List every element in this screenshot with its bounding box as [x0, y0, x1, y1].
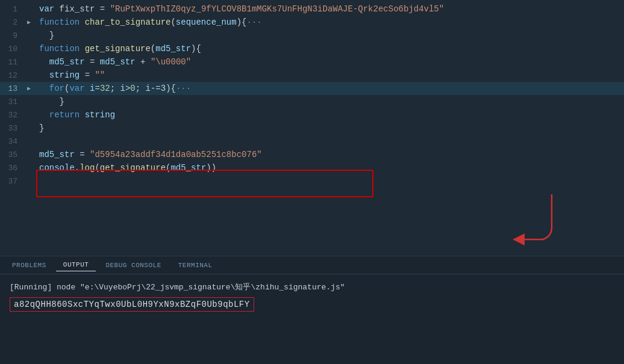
line-number: 37 — [0, 177, 27, 186]
line-number: 12 — [0, 71, 27, 80]
panel-tabs: PROBLEMSOUTPUTDEBUG CONSOLETERMINAL — [0, 256, 624, 274]
panel-tab-problems[interactable]: PROBLEMS — [5, 259, 54, 271]
code-line: 9 } — [0, 29, 624, 42]
line-number: 33 — [0, 124, 27, 133]
bottom-panel: PROBLEMSOUTPUTDEBUG CONSOLETERMINAL [Run… — [0, 256, 624, 364]
code-line: 12 string = "" — [0, 69, 624, 82]
panel-tab-output[interactable]: OUTPUT — [56, 259, 96, 271]
code-content: return string — [37, 110, 624, 120]
panel-tab-debug-console[interactable]: DEBUG CONSOLE — [98, 259, 168, 271]
code-line: 35md5_str = "d5954a23addf34d1da0ab5251c8… — [0, 148, 624, 161]
code-line: 36console.log(get_signature(md5_str)) — [0, 161, 624, 174]
code-line: 32 return string — [0, 108, 624, 122]
line-number: 36 — [0, 164, 27, 173]
fold-arrow[interactable]: ▶ — [27, 85, 36, 92]
code-line: 34 — [0, 135, 624, 148]
code-line: 37 — [0, 174, 624, 188]
code-editor: 1var fix_str = "RuPtXwxpThIZ0qyz_9fYLCOV… — [0, 0, 624, 256]
code-content: string = "" — [37, 70, 624, 80]
code-line: 31 } — [0, 95, 624, 108]
code-content: md5_str = "d5954a23addf34d1da0ab5251c8bc… — [37, 150, 624, 159]
arrow-indicator — [510, 191, 558, 245]
code-content: console.log(get_signature(md5_str)) — [37, 163, 624, 173]
code-line: 2▶function char_to_signature(sequence_nu… — [0, 16, 624, 29]
fold-arrow[interactable]: ▶ — [27, 19, 36, 26]
code-line: 10function get_signature(md5_str){ — [0, 42, 624, 55]
code-content: function char_to_signature(sequence_num)… — [37, 17, 624, 27]
running-line: [Running] node "e:\VuyeboPrj\22_jsvmp_si… — [10, 282, 614, 292]
line-number: 11 — [0, 58, 27, 67]
line-number: 2 — [0, 18, 27, 27]
output-result: a82qQHH860SxcTYqTwx0UbL0H9YxN9xBZqF0Ub9q… — [10, 297, 254, 312]
line-number: 10 — [0, 45, 27, 54]
code-content: function get_signature(md5_str){ — [37, 44, 624, 54]
code-line: 11 md5_str = md5_str + "\u0000" — [0, 55, 624, 69]
code-lines: 1var fix_str = "RuPtXwxpThIZ0qyz_9fYLCOV… — [0, 0, 624, 190]
code-content: for(var i=32; i>0; i-=3){··· — [37, 84, 624, 93]
code-content: md5_str = md5_str + "\u0000" — [37, 57, 624, 67]
line-number: 34 — [0, 137, 27, 146]
code-content: var fix_str = "RuPtXwxpThIZ0qyz_9fYLCOV8… — [37, 4, 624, 14]
line-number: 1 — [0, 5, 27, 14]
line-number: 9 — [0, 31, 27, 40]
code-line: 13▶ for(var i=32; i>0; i-=3){··· — [0, 82, 624, 95]
code-content: } — [37, 123, 624, 133]
code-line: 1var fix_str = "RuPtXwxpThIZ0qyz_9fYLCOV… — [0, 2, 624, 16]
running-prefix: [Running] node — [10, 283, 80, 292]
code-line: 33} — [0, 122, 624, 135]
line-number: 13 — [0, 84, 27, 93]
panel-tab-terminal[interactable]: TERMINAL — [171, 259, 220, 271]
line-number: 32 — [0, 111, 27, 120]
line-number: 31 — [0, 97, 27, 106]
code-content: } — [37, 97, 624, 106]
line-number: 35 — [0, 150, 27, 159]
panel-content: [Running] node "e:\VuyeboPrj\22_jsvmp_si… — [0, 274, 624, 364]
code-content: } — [37, 31, 624, 40]
running-path: "e:\VuyeboPrj\22_jsvmp_signature\知乎\zhih… — [80, 283, 345, 292]
